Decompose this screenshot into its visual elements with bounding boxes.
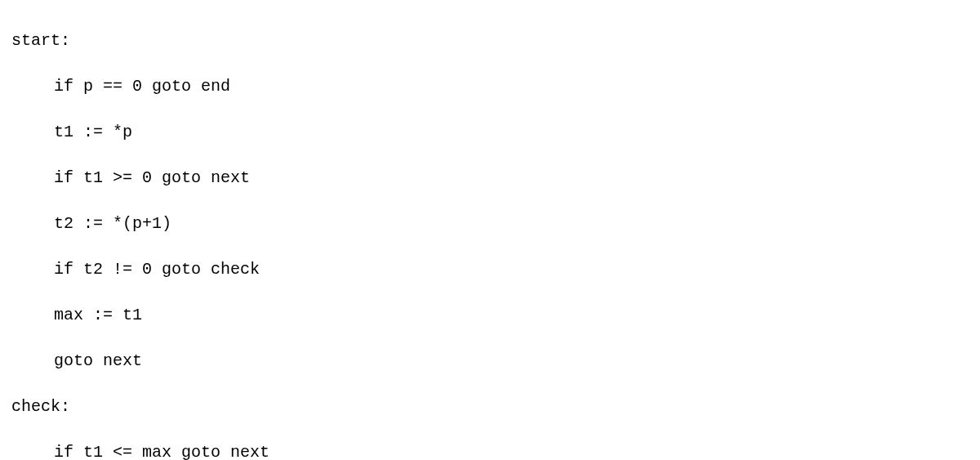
code-line: goto next [11,350,969,373]
code-line: t1 := *p [11,121,969,144]
code-line: max := t1 [11,304,969,327]
code-line: if p == 0 goto end [11,75,969,98]
label-check: check: [11,395,969,418]
code-line: t2 := *(p+1) [11,212,969,235]
label-start: start: [11,29,969,52]
code-line: if t1 >= 0 goto next [11,167,969,190]
code-line: if t1 <= max goto next [11,441,969,460]
pseudocode-block: start: if p == 0 goto end t1 := *p if t1… [11,7,969,460]
code-line: if t2 != 0 goto check [11,258,969,281]
